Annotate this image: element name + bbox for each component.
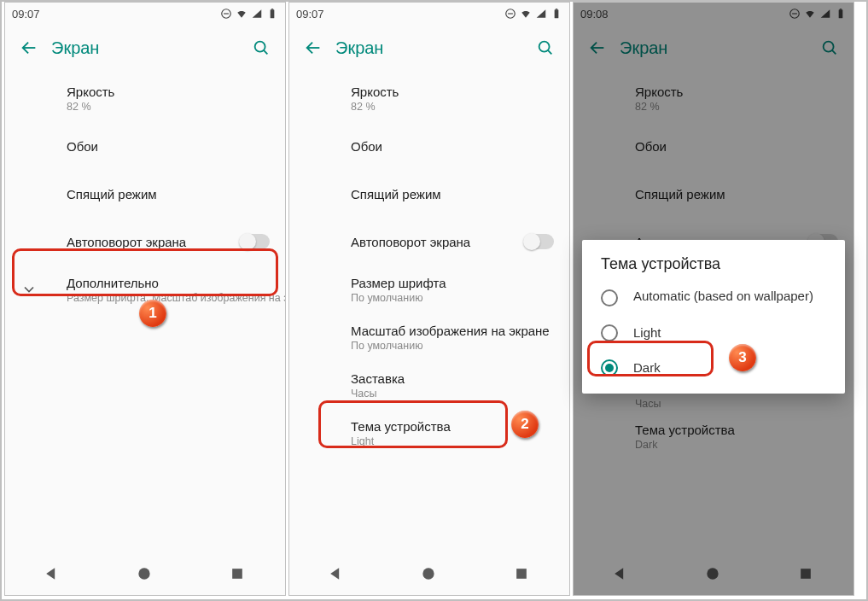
row-screensaver[interactable]: Заставка Часы xyxy=(289,361,569,409)
theme-dialog: Тема устройства Automatic (based on wall… xyxy=(582,240,845,394)
svg-point-14 xyxy=(539,42,550,52)
svg-point-7 xyxy=(138,568,149,579)
row-autorotate[interactable]: Автоповорот экрана xyxy=(289,218,569,265)
page-title: Экран xyxy=(330,38,528,58)
status-bar: 09:07 xyxy=(5,3,285,25)
phone-1: 09:07 Экран Яркость 82 % xyxy=(4,2,286,596)
app-bar: Экран xyxy=(289,25,569,71)
phone-2: 09:07 Экран Яркость 82 % xyxy=(288,2,570,596)
radio-unchecked-icon xyxy=(601,289,618,306)
search-button[interactable] xyxy=(528,31,562,65)
clock: 09:07 xyxy=(296,8,324,20)
row-subtitle: По умолчанию xyxy=(351,340,554,352)
option-label: Light xyxy=(633,325,661,340)
search-button[interactable] xyxy=(244,31,278,65)
row-subtitle: Часы xyxy=(351,388,554,400)
arrow-left-icon xyxy=(20,38,38,57)
svg-rect-12 xyxy=(556,9,557,9)
option-label: Automatic (based on wallpaper) xyxy=(633,289,813,303)
nav-recent[interactable] xyxy=(513,565,532,584)
radio-checked-icon xyxy=(601,359,618,376)
status-icons xyxy=(504,8,562,20)
row-title: Обои xyxy=(351,139,554,154)
row-subtitle: 82 % xyxy=(67,101,270,113)
chevron-down-icon xyxy=(19,279,39,300)
svg-rect-8 xyxy=(232,569,242,579)
row-title: Тема устройства xyxy=(351,419,554,434)
wifi-icon xyxy=(520,8,532,20)
svg-rect-3 xyxy=(271,9,273,9)
row-theme[interactable]: Тема устройства Light xyxy=(289,409,569,457)
search-icon xyxy=(252,38,271,57)
page-title: Экран xyxy=(46,38,244,58)
switch-off[interactable] xyxy=(241,234,270,249)
svg-rect-2 xyxy=(271,9,275,18)
battery-icon xyxy=(266,8,278,20)
row-wallpaper[interactable]: Обои xyxy=(289,122,569,170)
row-title: Спящий режим xyxy=(67,187,270,201)
nav-recent[interactable] xyxy=(229,565,248,584)
status-bar: 09:07 xyxy=(289,3,569,25)
row-brightness[interactable]: Яркость 82 % xyxy=(289,74,569,122)
back-button[interactable] xyxy=(296,31,330,65)
row-title: Яркость xyxy=(67,85,270,99)
row-subtitle: 82 % xyxy=(351,101,554,113)
phone-3: 09:08 Экран Яркость 82 % xyxy=(573,2,854,596)
row-brightness[interactable]: Яркость 82 % xyxy=(5,74,285,122)
row-title: Автоповорот экрана xyxy=(351,235,520,249)
arrow-left-icon xyxy=(304,38,323,57)
option-light[interactable]: Light xyxy=(582,315,845,350)
battery-icon xyxy=(551,8,562,20)
row-title: Автоповорот экрана xyxy=(67,235,236,249)
dialog-title: Тема устройства xyxy=(582,255,845,280)
nav-home[interactable] xyxy=(136,565,154,584)
dnd-icon xyxy=(504,8,516,20)
nav-bar xyxy=(289,554,569,595)
search-icon xyxy=(536,38,555,57)
back-button[interactable] xyxy=(12,31,46,65)
row-title: Заставка xyxy=(351,371,554,386)
row-sleep[interactable]: Спящий режим xyxy=(5,170,285,218)
settings-list: Яркость 82 % Обои Спящий режим Автоповор… xyxy=(5,71,285,554)
clock: 09:07 xyxy=(12,8,40,20)
row-title: Обои xyxy=(67,139,270,154)
nav-back[interactable] xyxy=(327,565,346,584)
svg-point-16 xyxy=(422,568,434,579)
radio-unchecked-icon xyxy=(601,324,618,341)
nav-home[interactable] xyxy=(420,565,439,584)
nav-back[interactable] xyxy=(43,565,61,584)
status-icons xyxy=(220,8,278,20)
row-displaysize[interactable]: Масштаб изображения на экране По умолчан… xyxy=(289,313,569,361)
svg-rect-11 xyxy=(555,9,559,18)
row-fontsize[interactable]: Размер шрифта По умолчанию xyxy=(289,265,569,313)
option-dark[interactable]: Dark xyxy=(582,350,845,385)
row-subtitle: Light xyxy=(351,435,554,447)
row-subtitle: По умолчанию xyxy=(351,292,554,304)
row-title: Масштаб изображения на экране xyxy=(351,324,554,338)
svg-point-5 xyxy=(255,42,265,52)
settings-list: Яркость 82 % Обои Спящий режим Автоповор… xyxy=(289,71,569,554)
row-sleep[interactable]: Спящий режим xyxy=(289,170,569,218)
option-automatic[interactable]: Automatic (based on wallpaper) xyxy=(582,280,845,315)
row-wallpaper[interactable]: Обои xyxy=(5,122,285,170)
row-advanced[interactable]: Дополнительно Размер шрифта, Масштаб изо… xyxy=(5,265,285,313)
row-title: Размер шрифта xyxy=(351,276,554,290)
row-title: Спящий режим xyxy=(351,187,554,201)
option-label: Dark xyxy=(633,360,661,375)
nav-bar xyxy=(5,554,285,595)
dnd-icon xyxy=(220,8,232,20)
row-title: Яркость xyxy=(351,85,554,99)
svg-line-6 xyxy=(264,50,267,54)
screenshot-triptych: 09:07 Экран Яркость 82 % xyxy=(0,0,868,601)
svg-line-15 xyxy=(548,50,551,54)
svg-rect-17 xyxy=(516,569,527,579)
signal-icon xyxy=(251,8,263,20)
row-title: Дополнительно xyxy=(67,276,285,290)
row-subtitle: Размер шрифта, Масштаб изображения на э… xyxy=(67,292,285,304)
app-bar: Экран xyxy=(5,25,285,71)
row-autorotate[interactable]: Автоповорот экрана xyxy=(5,218,285,265)
switch-off[interactable] xyxy=(525,234,554,249)
signal-icon xyxy=(535,8,547,20)
wifi-icon xyxy=(236,8,248,20)
